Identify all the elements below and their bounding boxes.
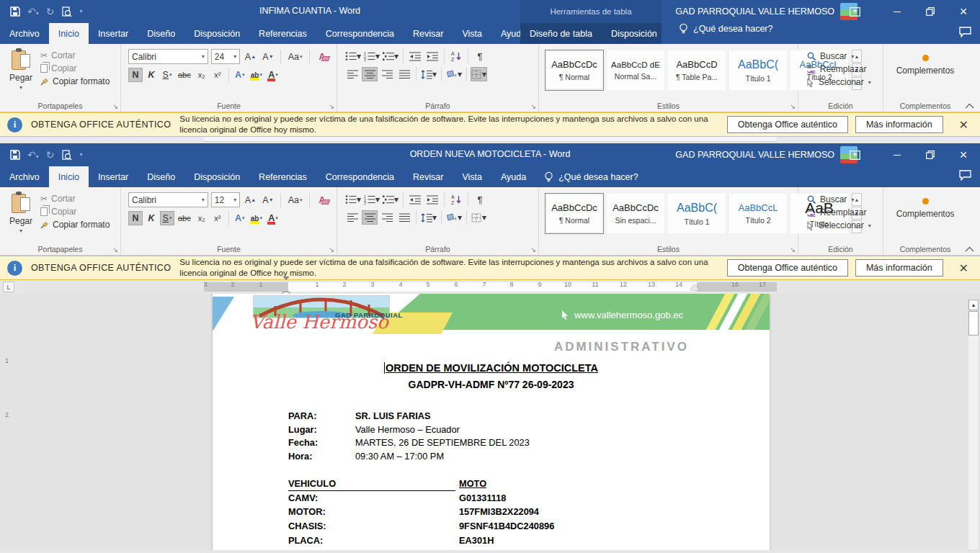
tab-selector[interactable]: L (3, 282, 14, 292)
strikethrough-button[interactable]: abc (176, 68, 193, 82)
titlebar[interactable]: ↶▾ ↻ ▾ INFIMA CUANTIA - Word Herramienta… (0, 0, 980, 23)
tab-referencias[interactable]: Referencias (249, 23, 316, 44)
multilevel-list-button[interactable]: ▾ (382, 49, 399, 63)
justify-button[interactable] (396, 210, 412, 225)
dialog-launcher-icon[interactable]: ↘ (112, 246, 118, 253)
find-button[interactable]: Buscar▾ (807, 51, 874, 61)
ribbon-display-options-icon[interactable] (840, 143, 869, 166)
increase-indent-button[interactable] (424, 192, 440, 207)
minimize-button[interactable]: ─ (881, 0, 914, 23)
bold-button[interactable]: N (128, 211, 143, 225)
save-icon[interactable] (10, 150, 20, 160)
text-effects-button[interactable]: A▾ (233, 211, 247, 225)
ribbon-display-options-icon[interactable] (840, 0, 869, 23)
select-button[interactable]: Seleccionar▾ (807, 77, 874, 87)
clear-formatting-button[interactable]: A (315, 50, 329, 64)
font-name-combobox[interactable]: Calibri▾ (128, 49, 208, 64)
increase-indent-button[interactable] (424, 49, 440, 63)
tab-diseno-de-tabla[interactable]: Diseño de tabla (520, 23, 602, 44)
tab-insertar[interactable]: Insertar (89, 166, 138, 187)
superscript-button[interactable]: x² (210, 68, 225, 82)
italic-button[interactable]: K (144, 68, 159, 82)
tab-correspondencia[interactable]: Correspondencia (316, 23, 404, 44)
underline-button[interactable]: S▾ (160, 68, 174, 82)
addins-button[interactable]: Complementos (886, 48, 964, 76)
restore-button[interactable] (914, 143, 947, 166)
tab-disposicion[interactable]: Disposición (184, 23, 249, 44)
redo-icon[interactable]: ↻ (46, 6, 55, 17)
change-case-button[interactable]: Aa▾ (286, 193, 304, 207)
align-center-button[interactable] (362, 210, 378, 225)
dialog-launcher-icon[interactable]: ↘ (790, 246, 796, 253)
multilevel-list-button[interactable]: ▾ (382, 192, 399, 207)
tab-diseno[interactable]: Diseño (138, 23, 184, 44)
tab-ayuda[interactable]: Ayuda (491, 166, 535, 187)
tab-revisar[interactable]: Revisar (404, 23, 453, 44)
qat-customize-icon[interactable]: ▾ (79, 9, 82, 14)
close-button[interactable]: × (947, 143, 980, 166)
restore-button[interactable] (914, 0, 947, 23)
get-genuine-office-button[interactable]: Obtenga Office auténtico (727, 116, 848, 133)
print-preview-icon[interactable] (61, 6, 72, 17)
bullets-button[interactable]: ▾ (344, 49, 362, 63)
subscript-button[interactable]: x₂ (195, 211, 209, 225)
tab-inicio[interactable]: Inicio (49, 166, 89, 187)
save-icon[interactable] (10, 6, 20, 17)
select-button[interactable]: Seleccionar▾ (807, 220, 874, 230)
style-normal-sa[interactable]: AaBbCcD dENormal Sa... (606, 50, 665, 91)
comments-icon[interactable] (959, 27, 971, 37)
paste-dropdown-icon[interactable]: ▾ (19, 228, 22, 234)
numbering-button[interactable]: 123▾ (363, 49, 380, 63)
tell-me-box[interactable]: ¿Qué desea hacer? (535, 166, 647, 187)
tab-diseno[interactable]: Diseño (138, 166, 184, 187)
bold-button[interactable]: N (128, 68, 143, 82)
tab-referencias[interactable]: Referencias (249, 166, 316, 187)
sort-button[interactable]: AZ (448, 192, 464, 207)
dismiss-banner-icon[interactable]: ✕ (959, 261, 968, 275)
format-painter-button[interactable]: Copiar formato (40, 220, 110, 230)
find-button[interactable]: Buscar▾ (807, 194, 874, 204)
dialog-launcher-icon[interactable]: ↘ (530, 246, 536, 253)
subscript-button[interactable]: x₂ (195, 68, 209, 82)
get-genuine-office-button[interactable]: Obtenga Office auténtico (727, 259, 848, 276)
tab-disposicion-tabla[interactable]: Disposición (602, 23, 667, 44)
copy-button[interactable]: Copiar (40, 207, 110, 217)
dialog-launcher-icon[interactable]: ↘ (329, 103, 334, 110)
dialog-launcher-icon[interactable]: ↘ (530, 103, 536, 110)
show-paragraph-marks-button[interactable]: ¶ (472, 192, 488, 207)
close-button[interactable]: × (947, 0, 980, 23)
sort-button[interactable]: AZ (448, 49, 464, 63)
dismiss-banner-icon[interactable]: ✕ (959, 118, 968, 132)
style-table-pa[interactable]: AaBbCcD¶ Table Pa... (667, 50, 726, 91)
paste-button[interactable]: Pegar ▾ (3, 48, 39, 91)
dialog-launcher-icon[interactable]: ↘ (329, 246, 334, 253)
align-right-button[interactable] (379, 210, 395, 225)
strikethrough-button[interactable]: abc (176, 211, 193, 225)
qat-customize-icon[interactable]: ▾ (79, 152, 82, 158)
horizontal-ruler[interactable]: L 3 2 1 1 2 3 4 5 6 7 8 9 10 11 12 13 14… (0, 280, 980, 294)
line-spacing-button[interactable]: ▾ (420, 210, 437, 225)
tab-vista[interactable]: Vista (453, 23, 491, 44)
replace-button[interactable]: ab⤷acReemplazar (807, 64, 874, 74)
scrollbar-thumb[interactable] (968, 311, 979, 336)
shrink-font-button[interactable]: A▼ (261, 50, 276, 64)
style-titulo-1[interactable]: AaBbC(Título 1 (667, 193, 726, 234)
shrink-font-button[interactable]: A▼ (261, 193, 276, 207)
tab-archivo[interactable]: Archivo (0, 166, 49, 187)
shading-button[interactable]: ▾ (445, 210, 463, 225)
redo-icon[interactable]: ↻ (46, 150, 55, 160)
account-info[interactable]: GAD PARROQUIAL VALLE HERMOSO (675, 143, 858, 166)
copy-button[interactable]: Copiar (40, 63, 110, 73)
addins-button[interactable]: Complementos (886, 191, 964, 219)
tab-inicio[interactable]: Inicio (49, 23, 89, 44)
clear-formatting-button[interactable]: A (315, 193, 329, 207)
highlight-button[interactable]: ab▾ (249, 211, 264, 225)
scroll-up-icon[interactable]: ▲ (968, 300, 979, 310)
align-left-button[interactable] (344, 67, 360, 81)
paste-button[interactable]: Pegar ▾ (3, 191, 39, 234)
style-sin-espaciado[interactable]: AaBbCcDcSin espaci... (606, 193, 665, 234)
bullets-button[interactable]: ▾ (344, 192, 362, 207)
tab-insertar[interactable]: Insertar (89, 23, 138, 44)
align-left-button[interactable] (344, 210, 360, 225)
tab-revisar[interactable]: Revisar (404, 166, 453, 187)
